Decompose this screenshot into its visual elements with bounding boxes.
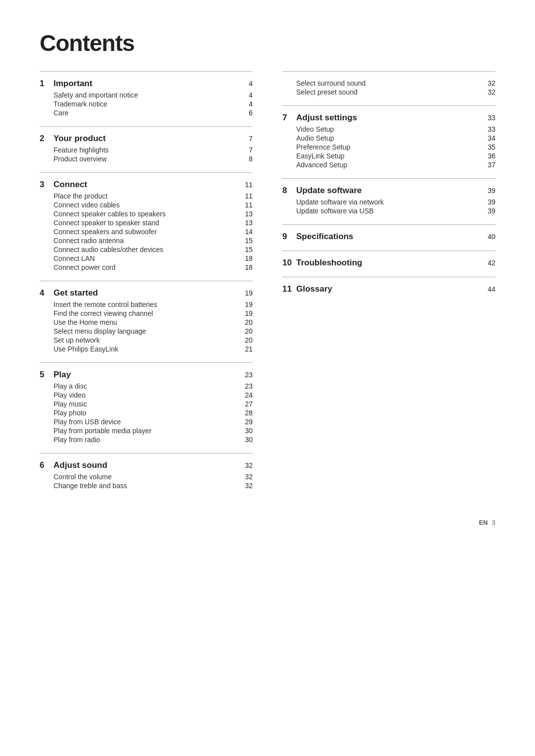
sub-item: Advanced Setup37 xyxy=(282,160,495,169)
sub-item-label: Control the volume xyxy=(54,473,239,481)
sub-item: Connect speaker to speaker stand13 xyxy=(40,218,253,227)
section-number: 1 xyxy=(40,79,50,89)
sub-item-page: 34 xyxy=(482,134,495,142)
section-number: 8 xyxy=(282,186,292,196)
sub-item-label: Update software via USB xyxy=(296,207,482,215)
sub-item-label: Find the correct viewing channel xyxy=(54,309,239,317)
sub-item-label: Play a disc xyxy=(54,382,239,390)
sub-item-page: 32 xyxy=(482,88,495,96)
sub-item: Feature highlights7 xyxy=(40,146,253,154)
sub-item: Update software via network39 xyxy=(282,198,495,206)
section-number: 7 xyxy=(282,113,292,123)
sub-item-page: 19 xyxy=(239,309,253,317)
sub-item: Change treble and bass32 xyxy=(40,481,253,490)
sub-item-label: Play music xyxy=(54,400,239,408)
sub-item: Control the volume32 xyxy=(40,472,253,481)
sub-item: Trademark notice4 xyxy=(40,100,253,108)
sub-item-page: 32 xyxy=(239,473,253,481)
sub-item-label: Use the Home menu xyxy=(54,318,239,326)
sub-item-page: 8 xyxy=(239,155,253,163)
sub-item: Care6 xyxy=(40,108,253,117)
section-page: 40 xyxy=(482,233,495,241)
sub-item-label: Connect speaker to speaker stand xyxy=(54,219,239,227)
sub-item-label: Preference Setup xyxy=(296,143,482,151)
sub-item-page: 33 xyxy=(482,125,495,133)
sub-item: Select preset sound32 xyxy=(282,88,495,97)
sub-item-label: Update software via network xyxy=(296,198,482,206)
sub-item-page: 30 xyxy=(239,436,253,444)
sub-item-page: 4 xyxy=(239,100,253,108)
sub-item: Insert the remote control batteries19 xyxy=(40,300,253,309)
section-6: 6Adjust sound32Control the volume32Chang… xyxy=(40,453,253,490)
sub-item: Safety and important notice4 xyxy=(40,91,253,100)
section-header: 5Play23 xyxy=(40,370,253,380)
sub-item: Use the Home menu20 xyxy=(40,318,253,327)
sub-item-label: Select surround sound xyxy=(296,79,482,87)
section-page: 44 xyxy=(482,285,495,293)
section-title: Play xyxy=(54,370,239,380)
sub-item: Connect video cables11 xyxy=(40,201,253,209)
section-page: 4 xyxy=(239,80,253,88)
sub-item-page: 18 xyxy=(239,263,253,271)
section-title: Your product xyxy=(54,134,239,144)
sub-item: Connect speakers and subwoofer14 xyxy=(40,227,253,236)
sub-item: Play from radio30 xyxy=(40,435,253,444)
footer-page: 3 xyxy=(492,519,495,526)
section-title: Update software xyxy=(296,186,482,196)
section-header: 2Your product7 xyxy=(40,134,253,144)
section-header: 6Adjust sound32 xyxy=(40,460,253,470)
section-page: 42 xyxy=(482,259,495,267)
sub-item-label: Product overview xyxy=(54,155,239,163)
sub-item-page: 39 xyxy=(482,207,495,215)
sub-item: Select menu display language20 xyxy=(40,327,253,336)
section-page: 7 xyxy=(239,135,253,143)
section-number: 4 xyxy=(40,288,50,298)
sub-item-page: 4 xyxy=(239,91,253,99)
section-right-10: 10Troubleshooting42 xyxy=(282,251,495,268)
section-title: Specifications xyxy=(296,232,482,242)
right-column: Select surround sound32Select preset sou… xyxy=(282,71,495,499)
section-page: 23 xyxy=(239,371,253,379)
sub-item: Connect speaker cables to speakers13 xyxy=(40,209,253,218)
section-title: Get started xyxy=(54,288,239,298)
sub-item-page: 36 xyxy=(482,152,495,160)
sub-item: Play music27 xyxy=(40,400,253,408)
sub-item-page: 32 xyxy=(239,482,253,490)
section-header: 10Troubleshooting42 xyxy=(282,258,495,268)
sub-item-label: Connect audio cables/other devices xyxy=(54,246,239,253)
sub-item: Play from portable media player30 xyxy=(40,426,253,435)
sub-item: Play a disc23 xyxy=(40,382,253,391)
section-2: 2Your product7Feature highlights7Product… xyxy=(40,126,253,163)
sub-item-page: 21 xyxy=(239,345,253,353)
sub-item-label: Connect radio antenna xyxy=(54,237,239,245)
sub-item-label: Trademark notice xyxy=(54,100,239,108)
section-header: 3Connect11 xyxy=(40,180,253,190)
sub-item-page: 29 xyxy=(239,418,253,426)
sub-item-label: Play from portable media player xyxy=(54,427,239,435)
sub-item: Find the correct viewing channel19 xyxy=(40,309,253,318)
section-right-8: 8Update software39Update software via ne… xyxy=(282,178,495,215)
section-title: Adjust sound xyxy=(54,460,239,470)
sub-item-label: Play video xyxy=(54,391,239,399)
section-header: 4Get started19 xyxy=(40,288,253,298)
sub-item-page: 30 xyxy=(239,427,253,435)
sub-item-page: 32 xyxy=(482,79,495,87)
sub-item: Connect radio antenna15 xyxy=(40,236,253,245)
sub-item: Use Philips EasyLink21 xyxy=(40,345,253,353)
sub-item: Preference Setup35 xyxy=(282,143,495,151)
section-title: Adjust settings xyxy=(296,113,482,123)
section-4: 4Get started19Insert the remote control … xyxy=(40,281,253,353)
sub-item-label: Select preset sound xyxy=(296,88,482,96)
section-number: 10 xyxy=(282,258,292,268)
sub-item-page: 18 xyxy=(239,254,253,262)
section-page: 32 xyxy=(239,461,253,469)
sub-item-page: 20 xyxy=(239,318,253,326)
sub-item-page: 20 xyxy=(239,327,253,335)
sub-item-label: Connect speaker cables to speakers xyxy=(54,210,239,218)
sub-item-label: Change treble and bass xyxy=(54,482,239,490)
sub-item-page: 28 xyxy=(239,409,253,417)
sub-item-page: 35 xyxy=(482,143,495,151)
section-right-0: Select surround sound32Select preset sou… xyxy=(282,71,495,97)
section-5: 5Play23Play a disc23Play video24Play mus… xyxy=(40,362,253,444)
sub-item-label: Use Philips EasyLink xyxy=(54,345,239,353)
